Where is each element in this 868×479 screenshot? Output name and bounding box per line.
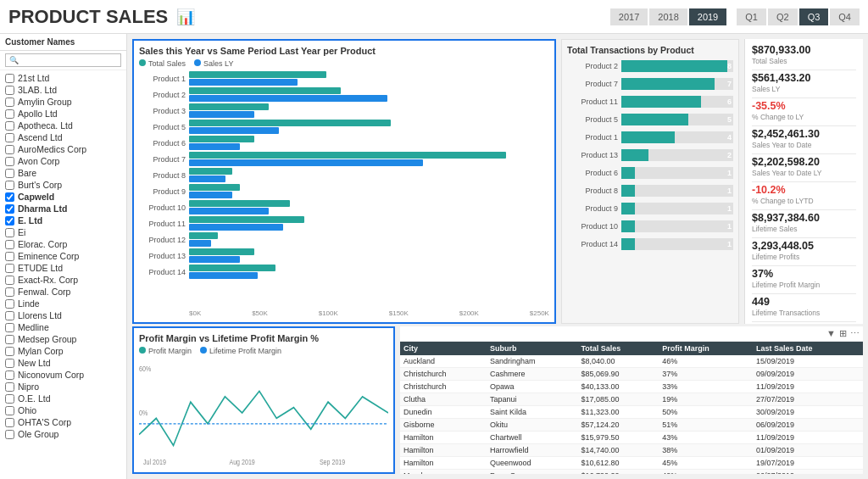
table-cell: Cashmere bbox=[487, 368, 577, 381]
filter-icon[interactable]: ▼ bbox=[826, 328, 836, 339]
customer-checkbox[interactable] bbox=[5, 323, 14, 332]
kpi-total-sales-val: $870,933.00 bbox=[752, 44, 856, 57]
customer-checkbox[interactable] bbox=[5, 181, 14, 190]
bar-group bbox=[189, 71, 549, 86]
body-row: Customer Names 🔍 21st Ltd3LAB. LtdAmylin… bbox=[0, 34, 868, 479]
customer-checkbox[interactable] bbox=[5, 240, 14, 249]
bar-chart-box: Sales this Year vs Same Period Last Year… bbox=[132, 39, 556, 324]
sidebar-item: Burt's Corp bbox=[0, 179, 126, 191]
table-row: HamiltonChartwell$15,979.5043%11/09/2019 bbox=[400, 432, 863, 444]
customer-checkbox[interactable] bbox=[5, 133, 14, 142]
customer-name: Eminence Corp bbox=[18, 251, 79, 261]
transaction-product-label: Product 1 bbox=[567, 133, 618, 142]
sidebar-item: Eminence Corp bbox=[0, 250, 126, 262]
sidebar-item: Ohio bbox=[0, 404, 126, 416]
kpi-lifetime-profits: 3,293,448.05 Lifetime Profits bbox=[752, 240, 856, 261]
year-tab-2017[interactable]: 2017 bbox=[610, 8, 648, 25]
search-input[interactable] bbox=[20, 56, 117, 64]
total-bar bbox=[189, 120, 391, 126]
customer-checkbox[interactable] bbox=[5, 228, 14, 237]
customer-checkbox[interactable] bbox=[5, 192, 14, 202]
customer-checkbox[interactable] bbox=[5, 335, 14, 344]
kpi-pct-change-lytd: -10.2% % Change to LYTD bbox=[752, 184, 856, 205]
bar-group bbox=[189, 216, 549, 231]
transaction-bar-wrap: 8 bbox=[621, 60, 733, 72]
customer-checkbox[interactable] bbox=[5, 430, 14, 439]
customer-name: Elorac. Corp bbox=[18, 239, 67, 249]
table-cell: Clutha bbox=[400, 393, 487, 406]
ly-bar bbox=[189, 127, 279, 134]
customer-name: Ascend Ltd bbox=[18, 132, 63, 142]
sidebar-item: New Ltd bbox=[0, 357, 126, 369]
table-column-header: Last Sales Date bbox=[753, 342, 863, 355]
customer-checkbox[interactable] bbox=[5, 264, 14, 273]
table-cell: 37% bbox=[659, 368, 753, 381]
customer-checkbox[interactable] bbox=[5, 418, 14, 427]
more-icon[interactable]: ⋯ bbox=[850, 328, 860, 339]
customer-name: Mylan Corp bbox=[18, 346, 64, 356]
table-cell: 01/09/2019 bbox=[753, 444, 863, 457]
table-toolbar: ▼ ⊞ ⋯ bbox=[400, 326, 863, 342]
table-cell: 11/09/2019 bbox=[753, 381, 863, 393]
customer-checkbox[interactable] bbox=[5, 311, 14, 320]
ly-bar bbox=[189, 79, 298, 86]
quarter-tab-q3[interactable]: Q3 bbox=[799, 8, 829, 25]
table-cell: Gisborne bbox=[400, 419, 487, 432]
kpi-pct-change-ly-val: -35.5% bbox=[752, 100, 856, 113]
sidebar-item: Medsep Group bbox=[0, 333, 126, 345]
table-cell: 40% bbox=[659, 470, 753, 475]
customer-checkbox[interactable] bbox=[5, 157, 14, 166]
customer-checkbox[interactable] bbox=[5, 204, 14, 214]
transaction-bar-fill bbox=[621, 78, 715, 90]
customer-checkbox[interactable] bbox=[5, 299, 14, 309]
total-bar bbox=[189, 71, 326, 78]
transaction-product-label: Product 2 bbox=[567, 62, 618, 70]
axis-label: $200K bbox=[459, 309, 479, 317]
sidebar-item: Fenwal. Corp bbox=[0, 286, 126, 298]
quarter-tab-q1[interactable]: Q1 bbox=[737, 8, 766, 25]
customer-checkbox[interactable] bbox=[5, 370, 14, 380]
customer-checkbox[interactable] bbox=[5, 216, 14, 226]
year-tab-2019[interactable]: 2019 bbox=[689, 8, 726, 25]
ly-bar bbox=[189, 240, 211, 247]
table-row: ChristchurchOpawa$40,133.0033%11/09/2019 bbox=[400, 381, 863, 393]
quarter-tab-q2[interactable]: Q2 bbox=[768, 8, 798, 25]
total-bar bbox=[189, 184, 240, 191]
table-row: ChristchurchCashmere$85,069.9037%09/09/2… bbox=[400, 368, 863, 381]
table-scroll[interactable]: CitySuburbTotal SalesProfit MarginLast S… bbox=[400, 342, 863, 474]
sidebar-item: Mylan Corp bbox=[0, 345, 126, 357]
customer-checkbox[interactable] bbox=[5, 97, 14, 107]
customer-checkbox[interactable] bbox=[5, 406, 14, 415]
bar-chart-row: Product 14 bbox=[139, 265, 549, 279]
table-row: CluthaTapanui$17,085.0019%27/07/2019 bbox=[400, 393, 863, 406]
customer-checkbox[interactable] bbox=[5, 86, 14, 95]
customer-checkbox[interactable] bbox=[5, 74, 14, 83]
year-tab-2018[interactable]: 2018 bbox=[649, 8, 687, 25]
bar-group bbox=[189, 265, 549, 279]
customer-checkbox[interactable] bbox=[5, 394, 14, 404]
customer-checkbox[interactable] bbox=[5, 109, 14, 119]
customer-checkbox[interactable] bbox=[5, 276, 14, 285]
bar-product-label: Product 1 bbox=[139, 75, 186, 83]
customer-checkbox[interactable] bbox=[5, 382, 14, 392]
customer-checkbox[interactable] bbox=[5, 359, 14, 368]
legend-pm: Profit Margin bbox=[139, 347, 192, 355]
table-cell: $10,612.80 bbox=[577, 457, 659, 470]
customer-checkbox[interactable] bbox=[5, 287, 14, 297]
expand-icon[interactable]: ⊞ bbox=[839, 328, 847, 339]
customer-checkbox[interactable] bbox=[5, 347, 14, 356]
customer-checkbox[interactable] bbox=[5, 169, 14, 178]
transaction-bar-value: 1 bbox=[727, 167, 732, 179]
axis-label: $0K bbox=[189, 309, 201, 317]
customer-checkbox[interactable] bbox=[5, 121, 14, 131]
table-column-header: Total Sales bbox=[577, 342, 659, 355]
transactions-bars: Product 2 8 Product 7 7 Product 11 6 Pro… bbox=[567, 60, 733, 318]
table-cell: $85,069.90 bbox=[577, 368, 659, 381]
transaction-row: Product 1 4 bbox=[567, 131, 733, 143]
customer-checkbox[interactable] bbox=[5, 252, 14, 261]
quarter-tab-q4[interactable]: Q4 bbox=[830, 8, 860, 25]
customer-checkbox[interactable] bbox=[5, 145, 14, 154]
table-cell: Auckland bbox=[400, 355, 487, 368]
bar-group bbox=[189, 248, 549, 263]
table-cell: Chartwell bbox=[487, 432, 577, 444]
